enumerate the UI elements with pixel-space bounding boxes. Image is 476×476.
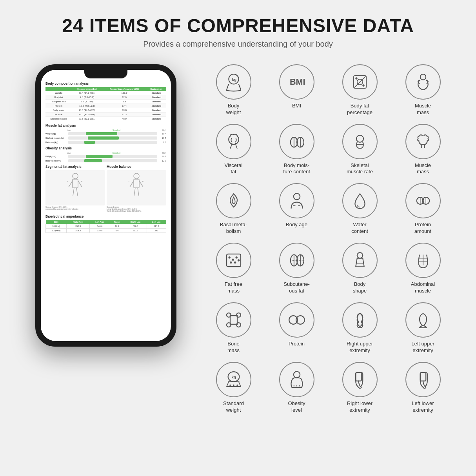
phone-mockup: Body composition analysis Measurement(kg… [35, 64, 176, 347]
svg-point-68 [293, 385, 294, 387]
svg-rect-71 [356, 372, 361, 381]
svg-rect-72 [420, 372, 425, 381]
body-moisture-icon [279, 124, 314, 159]
muscle-balance: Muscle balance L [107, 165, 166, 212]
svg-text:kg: kg [232, 77, 236, 82]
icon-protein-2: Protein [267, 302, 326, 347]
protein-2-icon [279, 302, 314, 338]
table-row: Body water38.5 (34.0-42.5)63.8Standard [45, 108, 166, 112]
svg-rect-1 [73, 179, 78, 188]
svg-point-65 [233, 384, 234, 386]
body-moisture-label: Body mois-ture content [283, 162, 310, 176]
right-upper-extremity-icon [342, 302, 378, 338]
bmi-label: BMI [292, 103, 301, 109]
body-diagram-muscle: L R [107, 170, 166, 205]
bar-row-bfr: Body fat rate(%) 12.9 [45, 159, 166, 162]
phone-notch [84, 70, 127, 78]
table-row: Body fat7.8 (7.6-15.2)12.9Standard [45, 95, 166, 99]
svg-text:kg: kg [231, 375, 236, 379]
section-bioelectrical: Bioelectrical impedance [45, 214, 166, 218]
svg-point-64 [229, 384, 231, 386]
icon-body-moisture: Body mois-ture content [267, 124, 326, 176]
svg-line-13 [138, 188, 139, 196]
body-comp-table: Measurement(kg) Proportion of standard(%… [45, 87, 166, 121]
svg-rect-9 [134, 179, 139, 188]
right-lower-extremity-icon [342, 362, 378, 397]
svg-line-12 [134, 188, 135, 196]
body-shape-label: Bodyshape [353, 281, 367, 294]
table-row: Inorganic salt3.5 (3.1-3.9)5.8Standard [45, 99, 166, 104]
icon-muscle-mass-2: Musclemass [393, 124, 452, 176]
col-proportion: Proportion of standard(%) [102, 87, 146, 91]
right-lower-extremity-label: Right lowerextremity [347, 400, 372, 414]
svg-point-44 [237, 259, 239, 261]
icon-standard-weight: kg Standardweight [204, 362, 263, 414]
abdominal-muscle-label: Abdominalmuscle [411, 281, 435, 294]
segmental-fat: Segmental fat analysis [45, 165, 105, 212]
svg-point-69 [296, 385, 297, 387]
table-row: 100(kHz) 318.3 310.9 6.4 291.7 292 [46, 228, 166, 233]
visceral-fat-label: Visceralfat [224, 162, 242, 176]
body-weight-icon: kg [216, 64, 251, 100]
bar-row-weight: Weight(kg) 60.4 [45, 132, 166, 135]
water-content-icon [342, 183, 378, 218]
bone-mass-label: Bonemass [227, 341, 240, 354]
abdominal-muscle-icon [405, 243, 441, 278]
svg-point-24 [420, 74, 425, 80]
standard-weight-label: Standardweight [223, 400, 244, 414]
protein-2-label: Protein [289, 341, 305, 347]
subcutaneous-fat-icon [279, 243, 314, 278]
segmental-section: Segmental fat analysis [45, 165, 166, 212]
muscle-mass-1-label: Musclemass [415, 103, 431, 116]
section-body-comp: Body composition analysis [45, 82, 166, 85]
basal-metabolism-label: Basal meta-bolism [220, 222, 247, 235]
svg-point-0 [73, 173, 78, 179]
obesity-bars: LowStandardHigh BMI(kg/m²) 20.9 Body fat… [45, 152, 166, 162]
obesity-level-label: Obesitylevel [288, 400, 305, 414]
icon-muscle-mass-1: Musclemass [393, 64, 452, 116]
icon-left-upper-extremity: Left upperextremity [393, 302, 452, 354]
svg-point-20 [355, 77, 357, 79]
icon-bmi: BMI BMI [267, 64, 326, 109]
muscle-fat-bars: LowStandardHigh Weight(kg) 60.4 Skeletal… [45, 129, 166, 144]
header: 24 ITEMS OF COMPREHENSIVE DATA Provides … [24, 16, 452, 49]
icon-bone-mass: Bonemass [204, 302, 263, 354]
svg-point-8 [134, 173, 139, 179]
water-content-label: Watercontent [351, 222, 368, 235]
bar-row-skeletal: Skeletal muscle(kg) 29.5 [45, 136, 166, 140]
subtitle: Provides a comprehensive understanding o… [24, 40, 452, 49]
svg-point-29 [356, 135, 363, 142]
fat-free-mass-label: Fat freemass [225, 281, 242, 294]
bmi-icon: BMI [279, 64, 314, 100]
svg-text:L: L [129, 180, 130, 182]
body-fat-percentage-label: Body fatpercentage [347, 103, 372, 116]
icon-water-content: Watercontent [330, 183, 389, 235]
col-measurement: Measurement(kg) [72, 87, 102, 91]
svg-line-2 [69, 181, 73, 187]
section-muscle-fat: Muscle fat analysis [45, 124, 166, 127]
icon-fat-free-mass: Fat freemass [204, 243, 263, 294]
content-row: Body composition analysis Measurement(kg… [24, 64, 452, 414]
icon-basal-metabolism: Basal meta-bolism [204, 183, 263, 235]
svg-point-67 [293, 371, 300, 378]
body-diagram-fat: L R [45, 170, 105, 205]
visceral-fat-icon [216, 124, 251, 159]
body-age-label: Body age [286, 222, 307, 228]
svg-line-4 [73, 188, 74, 196]
muscle-mass-2-label: Musclemass [415, 162, 431, 176]
table-row: 20(kHz) 356.3 348.6 17.2 310.6 313.2 [46, 224, 166, 228]
muscle-mass-2-icon [405, 124, 441, 159]
basal-metabolism-icon [216, 183, 251, 218]
icon-body-age: Body age [267, 183, 326, 228]
screen-content: Body composition analysis Measurement(kg… [45, 82, 166, 336]
svg-point-31 [293, 193, 300, 200]
main-title: 24 ITEMS OF COMPREHENSIVE DATA [24, 16, 452, 36]
svg-point-50 [357, 253, 362, 258]
icon-abdominal-muscle: Abdominalmuscle [393, 243, 452, 294]
left-lower-extremity-label: Left lowerextremity [412, 400, 434, 414]
bioelectrical-table: Z(Ω) Right Arm Left Arm Trunk Right Leg … [45, 220, 166, 233]
icon-left-lower-extremity: Left lowerextremity [393, 362, 452, 414]
skeletal-muscle-rate-label: Skeletalmuscle rate [347, 162, 373, 176]
body-fat-percentage-icon [342, 64, 378, 100]
phone-container: Body composition analysis Measurement(kg… [24, 64, 188, 347]
